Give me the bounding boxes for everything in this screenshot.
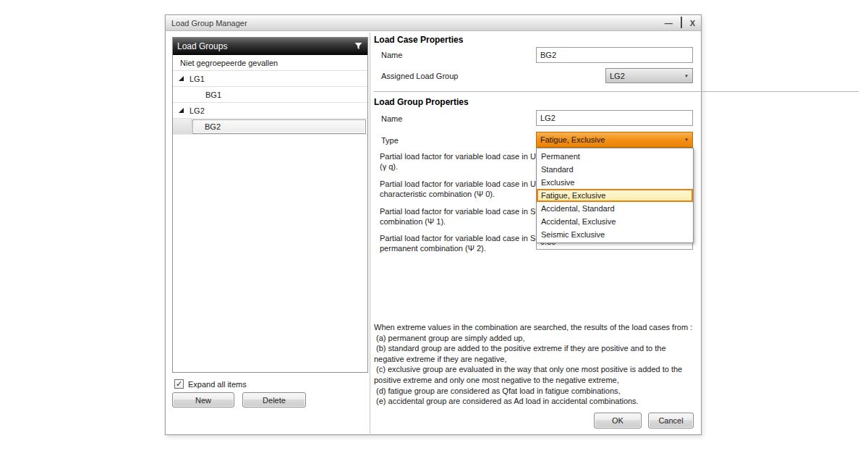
factor-label-sls-psi2: Partial load factor for variable load ca… bbox=[380, 234, 548, 253]
tree-item-bg2-selected[interactable]: BG2 bbox=[173, 119, 367, 135]
load-group-manager-window: Load Group Manager — X Load Groups Niet … bbox=[165, 14, 702, 435]
dropdown-option-seismic-exclusive[interactable]: Seismic Exclusive bbox=[537, 228, 693, 241]
load-groups-tree: Niet gegroepeerde gevallen LG1 BG1 LG2 B… bbox=[173, 55, 367, 135]
load-groups-header: Load Groups bbox=[173, 38, 367, 55]
group-name-label: Name bbox=[381, 114, 402, 123]
panel-divider bbox=[370, 33, 370, 434]
tree-item-label: LG2 bbox=[190, 106, 205, 115]
load-groups-panel: Load Groups Niet gegroepeerde gevallen L… bbox=[172, 37, 368, 373]
expand-all-row: ✓ Expand all items bbox=[174, 379, 247, 389]
type-label: Type bbox=[381, 136, 399, 145]
window-title: Load Group Manager bbox=[166, 19, 247, 28]
load-groups-header-label: Load Groups bbox=[173, 41, 227, 51]
case-name-label: Name bbox=[381, 51, 402, 59]
row-header-cell[interactable] bbox=[173, 119, 192, 134]
dropdown-option-exclusive[interactable]: Exclusive bbox=[537, 176, 693, 189]
tree-item-lg2[interactable]: LG2 bbox=[173, 103, 367, 119]
dropdown-option-permanent[interactable]: Permanent bbox=[537, 150, 693, 163]
expander-icon[interactable] bbox=[179, 76, 184, 81]
title-bar[interactable]: Load Group Manager — X bbox=[166, 15, 701, 31]
section-divider bbox=[374, 91, 859, 92]
tree-item-bg1[interactable]: BG1 bbox=[173, 87, 367, 103]
assigned-group-label: Assigned Load Group bbox=[381, 72, 458, 80]
factor-label-uls-psi0: Partial load factor for variable load ca… bbox=[380, 180, 548, 199]
chevron-down-icon: ▼ bbox=[684, 74, 689, 78]
ok-button[interactable]: OK bbox=[594, 413, 642, 428]
close-button[interactable]: X bbox=[690, 20, 695, 28]
dropdown-option-standard[interactable]: Standard bbox=[537, 163, 693, 176]
load-group-properties-heading: Load Group Properties bbox=[374, 97, 469, 107]
delete-button[interactable]: Delete bbox=[242, 392, 306, 408]
tree-item-label: BG2 bbox=[205, 122, 221, 131]
checkmark-icon: ✓ bbox=[176, 380, 182, 388]
group-name-input[interactable]: LG2 bbox=[536, 110, 693, 126]
combination-info-text: When extreme values in the combination a… bbox=[374, 322, 863, 407]
dropdown-option-fatigue-exclusive[interactable]: Fatigue, Exclusive bbox=[537, 189, 693, 202]
tree-item-ungrouped[interactable]: Niet gegroepeerde gevallen bbox=[173, 55, 367, 71]
factor-label-sls-psi1: Partial load factor for variable load ca… bbox=[380, 207, 548, 227]
type-dropdown-list: Permanent Standard Exclusive Fatigue, Ex… bbox=[536, 148, 694, 243]
desktop-background: Load Group Manager — X Load Groups Niet … bbox=[0, 0, 868, 456]
dropdown-option-accidental-standard[interactable]: Accidental, Standard bbox=[537, 202, 693, 215]
maximize-icon bbox=[681, 17, 682, 28]
maximize-button[interactable] bbox=[681, 20, 682, 28]
type-dropdown[interactable]: Fatigue, Exclusive ▼ bbox=[536, 132, 693, 148]
minimize-button[interactable]: — bbox=[665, 20, 673, 28]
case-name-input[interactable]: BG2 bbox=[536, 47, 693, 63]
window-controls: — X bbox=[665, 15, 695, 31]
selected-cell[interactable]: BG2 bbox=[192, 119, 366, 134]
assigned-group-value: LG2 bbox=[610, 72, 625, 80]
load-case-properties-heading: Load Case Properties bbox=[374, 35, 463, 45]
tree-item-label: BG1 bbox=[205, 90, 221, 99]
dropdown-option-accidental-exclusive[interactable]: Accidental, Exclusive bbox=[537, 215, 693, 228]
filter-icon[interactable] bbox=[354, 42, 367, 50]
expander-icon[interactable] bbox=[179, 108, 184, 113]
assigned-group-dropdown[interactable]: LG2 ▼ bbox=[605, 68, 693, 83]
expand-all-label: Expand all items bbox=[188, 380, 247, 389]
tree-item-label: Niet gegroepeerde gevallen bbox=[180, 59, 278, 67]
type-value: Fatigue, Exclusive bbox=[540, 135, 605, 144]
cancel-button[interactable]: Cancel bbox=[648, 413, 694, 428]
expand-all-checkbox[interactable]: ✓ bbox=[174, 379, 184, 389]
factor-label-uls-gq: Partial load factor for variable load ca… bbox=[380, 152, 548, 172]
tree-item-label: LG1 bbox=[190, 75, 205, 83]
tree-item-lg1[interactable]: LG1 bbox=[173, 71, 367, 87]
chevron-down-icon: ▼ bbox=[684, 138, 689, 142]
new-button[interactable]: New bbox=[172, 392, 234, 408]
